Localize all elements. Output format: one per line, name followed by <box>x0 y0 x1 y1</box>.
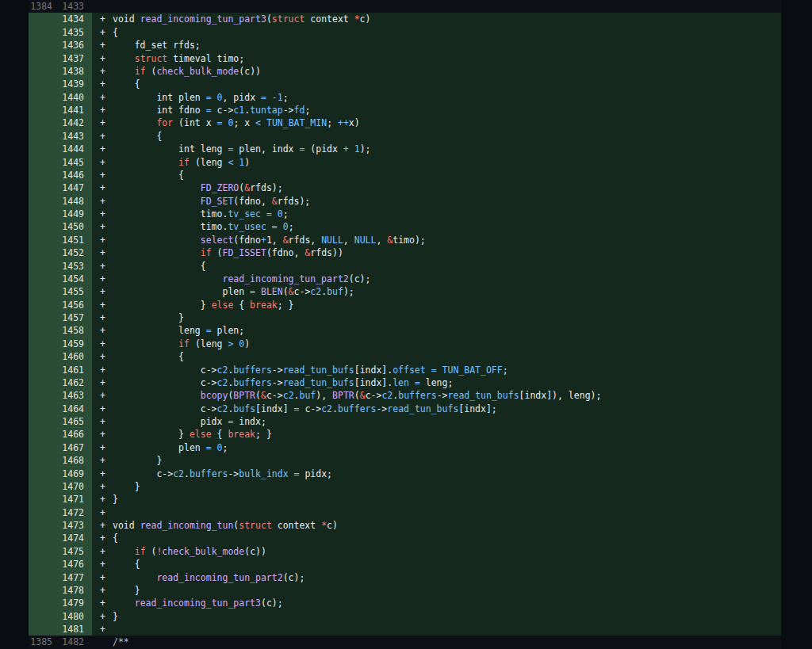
new-line-number[interactable]: 1474 <box>60 532 92 544</box>
old-line-number[interactable] <box>29 299 60 311</box>
old-line-number[interactable] <box>29 428 60 441</box>
old-line-number[interactable] <box>29 208 60 220</box>
new-line-number[interactable]: 1455 <box>60 285 92 298</box>
new-line-number[interactable]: 1433 <box>60 0 92 13</box>
new-line-number[interactable]: 1461 <box>60 364 92 376</box>
new-line-number[interactable]: 1446 <box>60 169 92 181</box>
new-line-number[interactable]: 1468 <box>60 454 92 467</box>
new-line-number[interactable]: 1452 <box>60 246 92 259</box>
old-line-number[interactable] <box>29 26 60 39</box>
new-line-number[interactable]: 1442 <box>60 116 92 129</box>
new-line-number[interactable]: 1449 <box>60 208 92 220</box>
new-line-number[interactable]: 1466 <box>60 428 92 441</box>
old-line-number[interactable] <box>29 260 60 273</box>
old-line-number[interactable] <box>29 558 60 571</box>
old-line-number[interactable] <box>29 181 60 194</box>
old-line-number[interactable] <box>29 78 60 90</box>
new-line-number[interactable]: 1441 <box>60 104 92 116</box>
new-line-number[interactable]: 1444 <box>60 143 92 155</box>
old-line-number[interactable] <box>29 338 60 350</box>
new-line-number[interactable]: 1463 <box>60 389 92 402</box>
new-line-number[interactable]: 1479 <box>60 597 92 609</box>
old-line-number[interactable] <box>29 454 60 467</box>
new-line-number[interactable]: 1462 <box>60 376 92 389</box>
old-line-number[interactable] <box>29 571 60 584</box>
new-line-number[interactable]: 1434 <box>60 13 92 25</box>
old-line-number[interactable] <box>29 532 60 544</box>
old-line-number[interactable] <box>29 39 60 52</box>
new-line-number[interactable]: 1448 <box>60 195 92 208</box>
old-line-number[interactable] <box>29 468 60 480</box>
new-line-number[interactable]: 1482 <box>60 636 92 648</box>
new-line-number[interactable]: 1450 <box>60 220 92 233</box>
new-line-number[interactable]: 1477 <box>60 571 92 584</box>
new-line-number[interactable]: 1470 <box>60 480 92 493</box>
new-line-number[interactable]: 1459 <box>60 338 92 350</box>
old-line-number[interactable]: 1385 <box>29 636 60 648</box>
old-line-number[interactable] <box>29 234 60 246</box>
old-line-number[interactable]: 1384 <box>29 0 60 13</box>
old-line-number[interactable] <box>29 350 60 363</box>
new-line-number[interactable]: 1443 <box>60 130 92 143</box>
new-line-number[interactable]: 1469 <box>60 468 92 480</box>
new-line-number[interactable]: 1445 <box>60 156 92 169</box>
old-line-number[interactable] <box>29 91 60 104</box>
old-line-number[interactable] <box>29 13 60 25</box>
new-line-number[interactable]: 1478 <box>60 584 92 597</box>
old-line-number[interactable] <box>29 169 60 181</box>
new-line-number[interactable]: 1437 <box>60 52 92 65</box>
new-line-number[interactable]: 1436 <box>60 39 92 52</box>
old-line-number[interactable] <box>29 311 60 324</box>
old-line-number[interactable] <box>29 415 60 428</box>
new-line-number[interactable]: 1438 <box>60 65 92 78</box>
old-line-number[interactable] <box>29 364 60 376</box>
new-line-number[interactable]: 1453 <box>60 260 92 273</box>
old-line-number[interactable] <box>29 493 60 506</box>
old-line-number[interactable] <box>29 506 60 519</box>
old-line-number[interactable] <box>29 143 60 155</box>
old-line-number[interactable] <box>29 389 60 402</box>
old-line-number[interactable] <box>29 65 60 78</box>
new-line-number[interactable]: 1458 <box>60 324 92 337</box>
old-line-number[interactable] <box>29 519 60 532</box>
old-line-number[interactable] <box>29 441 60 454</box>
new-line-number[interactable]: 1435 <box>60 26 92 39</box>
old-line-number[interactable] <box>29 376 60 389</box>
old-line-number[interactable] <box>29 597 60 609</box>
new-line-number[interactable]: 1447 <box>60 181 92 194</box>
old-line-number[interactable] <box>29 116 60 129</box>
old-line-number[interactable] <box>29 324 60 337</box>
old-line-number[interactable] <box>29 403 60 415</box>
new-line-number[interactable]: 1475 <box>60 545 92 558</box>
new-line-number[interactable]: 1440 <box>60 91 92 104</box>
old-line-number[interactable] <box>29 545 60 558</box>
old-line-number[interactable] <box>29 195 60 208</box>
new-line-number[interactable]: 1457 <box>60 311 92 324</box>
new-line-number[interactable]: 1465 <box>60 415 92 428</box>
old-line-number[interactable] <box>29 610 60 623</box>
new-line-number[interactable]: 1481 <box>60 623 92 636</box>
old-line-number[interactable] <box>29 104 60 116</box>
old-line-number[interactable] <box>29 584 60 597</box>
new-line-number[interactable]: 1480 <box>60 610 92 623</box>
old-line-number[interactable] <box>29 52 60 65</box>
old-line-number[interactable] <box>29 480 60 493</box>
old-line-number[interactable] <box>29 130 60 143</box>
new-line-number[interactable]: 1476 <box>60 558 92 571</box>
new-line-number[interactable]: 1471 <box>60 493 92 506</box>
new-line-number[interactable]: 1467 <box>60 441 92 454</box>
old-line-number[interactable] <box>29 285 60 298</box>
new-line-number[interactable]: 1472 <box>60 506 92 519</box>
old-line-number[interactable] <box>29 246 60 259</box>
new-line-number[interactable]: 1464 <box>60 403 92 415</box>
old-line-number[interactable] <box>29 156 60 169</box>
new-line-number[interactable]: 1451 <box>60 234 92 246</box>
old-line-number[interactable] <box>29 220 60 233</box>
new-line-number[interactable]: 1454 <box>60 273 92 285</box>
old-line-number[interactable] <box>29 623 60 636</box>
new-line-number[interactable]: 1439 <box>60 78 92 90</box>
old-line-number[interactable] <box>29 273 60 285</box>
new-line-number[interactable]: 1473 <box>60 519 92 532</box>
new-line-number[interactable]: 1460 <box>60 350 92 363</box>
new-line-number[interactable]: 1456 <box>60 299 92 311</box>
